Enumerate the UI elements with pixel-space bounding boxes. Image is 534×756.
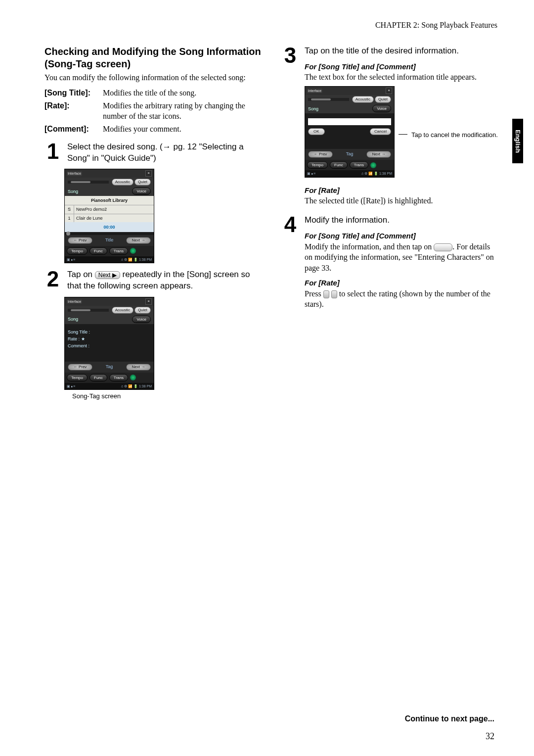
sub4-a: Press [305, 289, 323, 298]
next-button[interactable]: Next → [366, 151, 391, 158]
quiet-button[interactable]: Quiet [375, 96, 391, 103]
play-indicator-icon [370, 162, 376, 168]
close-icon[interactable]: × [145, 298, 152, 305]
sub3-body: Modify the information, and then tap on … [305, 241, 499, 274]
lcd-title: Interface [67, 171, 82, 176]
step-3: 3 Tap on the title of the desired inform… [282, 46, 499, 206]
voice-tab[interactable]: Voice [132, 188, 151, 195]
trans-button[interactable]: Trans [109, 247, 128, 255]
acoustic-button[interactable]: Acoustic [112, 307, 134, 314]
play-indicator-icon [130, 375, 136, 380]
sub-for-title-comment-2: For [Song Title] and [Comment] [305, 231, 499, 241]
tag-rate[interactable]: Rate : ★ [68, 336, 151, 342]
sub1-body: The text box for the selected informatio… [305, 72, 499, 83]
volume-slider[interactable] [68, 181, 109, 184]
step-4: 4 Modify the information. For [Song Titl… [282, 215, 499, 309]
sub2-body: The selected title ([Rate]) is highlight… [305, 195, 499, 206]
step-1-a: Select the desired song. ( [67, 142, 163, 151]
list-idx: 1 [65, 214, 74, 222]
edit-textbox[interactable] [308, 118, 391, 125]
volume-slider[interactable] [68, 309, 109, 312]
status-right: ♫ ⚙ 📶 🔋 1:38 PM [361, 171, 392, 176]
screenshot-song-tag: Interface × Acoustic Quiet Song Voice So… [64, 297, 262, 390]
tempo-button[interactable]: Tempo [67, 247, 88, 255]
list-label: Clair de Lune [74, 214, 154, 222]
next-key-icon: Next ▶ [95, 271, 120, 279]
close-icon[interactable]: × [386, 88, 392, 94]
voice-tab[interactable]: Voice [132, 316, 151, 323]
trans-button[interactable]: Trans [350, 161, 368, 169]
left-column: Checking and Modifying the Song Informat… [44, 46, 262, 401]
next-button[interactable]: Next → [126, 364, 151, 371]
step-1-text: Select the desired song. (→ pg. 12 "Sele… [67, 142, 262, 164]
continue-label: Continue to next page... [405, 713, 494, 724]
status-right: ♫ ⚙ 📶 🔋 1:38 PM [121, 384, 152, 388]
term-comment: [Comment]: [44, 124, 99, 135]
status-icons: ▣∎≡ [67, 257, 76, 262]
language-tab: English [512, 119, 523, 163]
tag-song-title[interactable]: Song Title : [68, 329, 151, 335]
tag-comment[interactable]: Comment : [68, 343, 151, 349]
func-button[interactable]: Func [89, 247, 107, 255]
caption-song-tag: Song-Tag screen [72, 392, 262, 401]
step-number: 4 [282, 215, 299, 235]
step-number: 3 [282, 46, 299, 65]
song-tab[interactable]: Song [68, 316, 78, 322]
tempo-button[interactable]: Tempo [67, 374, 88, 381]
right-column: 3 Tap on the title of the desired inform… [282, 46, 499, 401]
next-button[interactable]: Next → [126, 237, 151, 244]
step-2-a: Tap on [67, 270, 95, 279]
quiet-button[interactable]: Quiet [134, 307, 151, 314]
voice-tab[interactable]: Voice [372, 105, 391, 112]
func-button[interactable]: Func [330, 161, 348, 169]
nav-mid-label: Title [105, 237, 114, 244]
left-key-icon [323, 290, 329, 298]
sub-for-rate-2: For [Rate] [305, 278, 499, 288]
acoustic-button[interactable]: Acoustic [352, 96, 374, 103]
step-2-text: Tap on Next ▶ repeatedly in the [Song] s… [67, 269, 262, 292]
right-key-icon [331, 290, 337, 298]
sub-for-rate: For [Rate] [305, 186, 499, 195]
sub-for-title-comment: For [Song Title] and [Comment] [305, 62, 499, 72]
cancel-button[interactable]: Cancel [370, 128, 391, 135]
sub3-a: Modify the information, and then tap on [305, 242, 434, 251]
prev-button[interactable]: ← Prev [68, 364, 92, 371]
progress-bar[interactable] [65, 232, 154, 235]
step-number: 1 [44, 142, 61, 161]
sub4-body: Press to select the rating (shown by the… [305, 288, 499, 310]
screenshot-song-list: Interface × Acoustic Quiet Song Voice Pi… [64, 169, 262, 263]
volume-slider[interactable] [308, 98, 349, 101]
list-header: Pianosoft Library [65, 196, 154, 205]
status-icons: ▣∎≡ [67, 384, 76, 388]
lcd-title: Interface [67, 299, 82, 304]
status-right: ♫ ⚙ 📶 🔋 1:38 PM [121, 257, 152, 262]
song-tab[interactable]: Song [68, 189, 78, 194]
term-rate: [Rate]: [44, 100, 99, 122]
page-number: 32 [486, 730, 494, 742]
trans-button[interactable]: Trans [109, 374, 128, 381]
prev-button[interactable]: ← Prev [308, 151, 333, 158]
acoustic-button[interactable]: Acoustic [112, 179, 134, 186]
desc-rate: Modifies the arbitrary rating by changin… [103, 100, 262, 122]
func-button[interactable]: Func [89, 374, 107, 381]
list-item[interactable]: S NewPro demo2 [65, 205, 154, 213]
step-4-text: Modify the information. [305, 215, 499, 226]
nav-mid-label: Tag [106, 364, 113, 371]
play-indicator-icon [130, 248, 136, 254]
desc-song-title: Modifies the title of the song. [103, 88, 262, 98]
prev-button[interactable]: ← Prev [68, 237, 92, 244]
ok-button[interactable]: OK [308, 128, 325, 135]
list-idx: S [65, 205, 74, 213]
step-number: 2 [44, 269, 61, 289]
list-item[interactable]: 1 Clair de Lune [65, 214, 154, 222]
step-1: 1 Select the desired song. (→ pg. 12 "Se… [44, 142, 262, 164]
close-icon[interactable]: × [145, 170, 152, 177]
quiet-button[interactable]: Quiet [134, 179, 151, 186]
step-3-text: Tap on the title of the desired informat… [305, 46, 499, 57]
list-label: NewPro demo2 [74, 205, 154, 213]
song-tab[interactable]: Song [308, 106, 318, 112]
definition-list: [Song Title]: Modifies the title of the … [44, 88, 262, 134]
tempo-button[interactable]: Tempo [307, 161, 328, 169]
lcd-title: Interface [307, 89, 322, 93]
desc-comment: Modifies your comment. [103, 124, 262, 135]
